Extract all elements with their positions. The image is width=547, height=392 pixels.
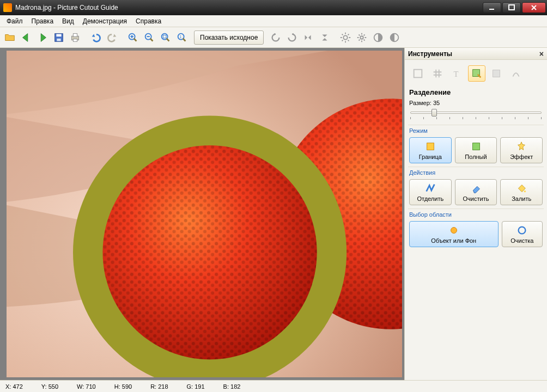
menu-demo[interactable]: Демонстрация bbox=[78, 16, 131, 27]
svg-rect-3 bbox=[56, 34, 61, 36]
mode-effect-label: Эффект bbox=[510, 154, 533, 160]
save-button[interactable] bbox=[51, 30, 66, 45]
size-row: Размер: 35 bbox=[408, 100, 544, 108]
selection-object-button[interactable]: Объект или Фон bbox=[409, 221, 499, 247]
svg-point-14 bbox=[344, 35, 348, 39]
action-fill-label: Залить bbox=[512, 195, 531, 202]
print-button[interactable] bbox=[68, 30, 83, 45]
svg-rect-4 bbox=[57, 38, 60, 41]
svg-rect-26 bbox=[414, 70, 422, 78]
panel-header: Инструменты × bbox=[405, 48, 547, 60]
svg-rect-31 bbox=[472, 143, 479, 150]
separate-icon bbox=[424, 182, 436, 194]
action-clear-button[interactable]: Очистить bbox=[455, 179, 497, 205]
section-title: Разделение bbox=[408, 86, 544, 100]
brightness-button[interactable] bbox=[338, 30, 353, 45]
effect-icon bbox=[515, 140, 527, 152]
status-y: Y: 550 bbox=[41, 383, 58, 390]
toolbar: 1 Показать исходное bbox=[0, 27, 547, 48]
mode-effect-button[interactable]: Эффект bbox=[500, 137, 543, 163]
tab-patch[interactable] bbox=[488, 65, 505, 82]
action-separate-button[interactable]: Отделить bbox=[409, 179, 452, 205]
canvas-wrap bbox=[0, 48, 404, 380]
svg-rect-30 bbox=[427, 143, 434, 150]
size-value: 35 bbox=[433, 100, 440, 106]
tab-grid[interactable] bbox=[429, 65, 446, 82]
svg-rect-6 bbox=[73, 33, 77, 36]
zoom-fit-button[interactable] bbox=[158, 30, 173, 45]
menu-file[interactable]: Файл bbox=[2, 16, 27, 27]
tab-separation[interactable] bbox=[468, 65, 485, 82]
mode-full-button[interactable]: Полный bbox=[455, 137, 497, 163]
rotate-cw-button[interactable] bbox=[284, 30, 300, 45]
prev-button[interactable] bbox=[19, 30, 34, 45]
close-button[interactable] bbox=[522, 2, 546, 13]
selection-object-label: Объект или Фон bbox=[431, 237, 476, 244]
circle-icon bbox=[516, 224, 528, 236]
window-title: Madrona.jpg - Picture Cutout Guide bbox=[15, 4, 483, 11]
flip-h-button[interactable] bbox=[301, 30, 316, 45]
show-original-button[interactable]: Показать исходное bbox=[194, 30, 264, 45]
size-label: Размер: bbox=[409, 100, 431, 106]
redo-button[interactable] bbox=[105, 30, 120, 45]
size-slider[interactable] bbox=[410, 108, 542, 120]
selection-cleanup-label: Очистка bbox=[510, 237, 533, 244]
menubar: Файл Правка Вид Демонстрация Справка bbox=[0, 15, 547, 27]
mode-boundary-label: Граница bbox=[419, 154, 442, 160]
action-fill-button[interactable]: Залить bbox=[500, 179, 543, 205]
tab-text[interactable]: T bbox=[448, 65, 466, 82]
svg-rect-29 bbox=[493, 70, 500, 77]
undo-button[interactable] bbox=[88, 30, 104, 45]
selection-cleanup-button[interactable]: Очистка bbox=[502, 221, 543, 247]
invert-button[interactable] bbox=[387, 30, 402, 45]
svg-text:1: 1 bbox=[179, 34, 181, 38]
status-x: X: 472 bbox=[5, 383, 23, 390]
status-g: G: 191 bbox=[187, 383, 205, 390]
next-button[interactable] bbox=[35, 30, 50, 45]
image-canvas[interactable] bbox=[7, 51, 402, 377]
tab-effects[interactable] bbox=[507, 65, 525, 82]
flip-v-button[interactable] bbox=[317, 30, 332, 45]
tools-panel: Инструменты × T Разделение Размер: 35 bbox=[404, 48, 547, 380]
mode-row: Граница Полный Эффект bbox=[408, 136, 544, 164]
zoom-in-button[interactable] bbox=[125, 30, 141, 45]
group-selection-label: Выбор области bbox=[408, 209, 544, 220]
svg-rect-11 bbox=[163, 35, 166, 38]
panel-close-button[interactable]: × bbox=[539, 50, 544, 58]
zoom-out-button[interactable] bbox=[142, 30, 157, 45]
tab-crop[interactable] bbox=[409, 65, 427, 82]
gear-button[interactable] bbox=[354, 30, 369, 45]
tool-tabs: T bbox=[408, 63, 544, 86]
status-w: W: 710 bbox=[77, 383, 96, 390]
zoom-actual-button[interactable]: 1 bbox=[174, 30, 190, 45]
titlebar: Madrona.jpg - Picture Cutout Guide bbox=[0, 0, 547, 15]
contrast-button[interactable] bbox=[370, 30, 386, 45]
minimize-button[interactable] bbox=[483, 2, 501, 13]
panel-title: Инструменты bbox=[408, 50, 452, 58]
statusbar: X: 472 Y: 550 W: 710 H: 590 R: 218 G: 19… bbox=[0, 380, 547, 392]
group-mode-label: Режим bbox=[408, 125, 544, 136]
group-actions-label: Действия bbox=[408, 167, 544, 178]
status-h: H: 590 bbox=[114, 383, 132, 390]
svg-rect-7 bbox=[73, 39, 77, 41]
open-button[interactable] bbox=[2, 30, 17, 45]
action-clear-label: Очистить bbox=[463, 195, 489, 202]
selection-row: Объект или Фон Очистка bbox=[408, 220, 544, 248]
actions-row: Отделить Очистить Залить bbox=[408, 178, 544, 206]
svg-text:T: T bbox=[454, 70, 459, 78]
maximize-button[interactable] bbox=[502, 2, 521, 13]
menu-help[interactable]: Справка bbox=[131, 16, 166, 27]
svg-point-15 bbox=[361, 36, 364, 39]
svg-point-34 bbox=[519, 227, 526, 234]
menu-view[interactable]: Вид bbox=[58, 16, 78, 27]
rotate-ccw-button[interactable] bbox=[268, 30, 283, 45]
status-r: R: 218 bbox=[150, 383, 168, 390]
window-controls bbox=[483, 2, 546, 13]
svg-point-25 bbox=[102, 145, 317, 359]
menu-edit[interactable]: Правка bbox=[27, 16, 58, 27]
svg-point-33 bbox=[451, 228, 457, 234]
mode-full-label: Полный bbox=[465, 154, 487, 160]
bucket-icon bbox=[515, 182, 527, 194]
mode-boundary-button[interactable]: Граница bbox=[409, 137, 452, 163]
svg-point-32 bbox=[524, 191, 526, 193]
